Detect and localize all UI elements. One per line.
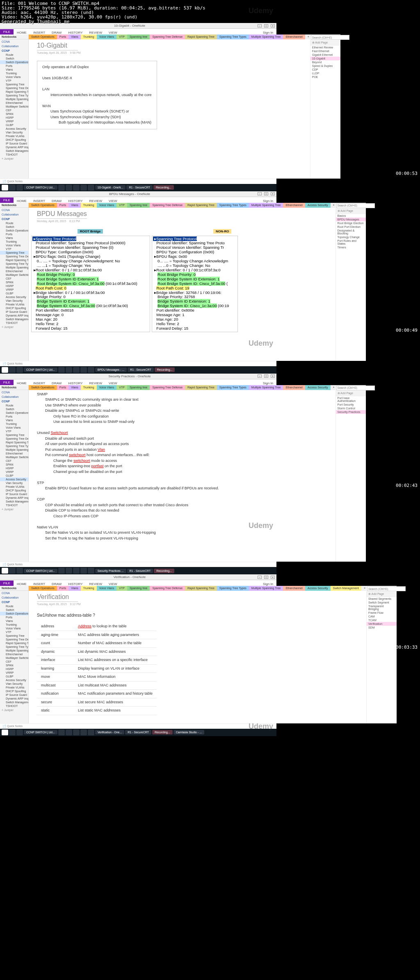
sidebar-item[interactable]: GLBP bbox=[0, 474, 28, 477]
minimize-button[interactable]: – bbox=[258, 374, 262, 378]
section-tab[interactable]: Switch Management bbox=[331, 586, 361, 591]
tb-app-icon[interactable] bbox=[73, 367, 80, 373]
sidebar-item[interactable]: SPAN bbox=[0, 112, 28, 116]
tb-camtasia[interactable]: Camtasia Studio - ... bbox=[173, 730, 204, 734]
section-tab[interactable]: Spanning Tree Defense bbox=[150, 34, 185, 39]
notebook-ccnp[interactable]: CCNP bbox=[0, 217, 28, 221]
section-tab[interactable]: Spanning tree bbox=[127, 586, 150, 591]
section-route[interactable]: Route bbox=[0, 53, 28, 57]
insert-tab[interactable]: INSERT bbox=[30, 199, 48, 203]
page-list-item[interactable]: Basics bbox=[336, 214, 366, 218]
section-tab[interactable]: Rapid Spanning Tree bbox=[185, 586, 217, 591]
section-tab[interactable]: Access Security bbox=[305, 586, 331, 591]
close-button[interactable]: × bbox=[271, 576, 275, 579]
insert-tab[interactable]: INSERT bbox=[30, 582, 48, 586]
page-list-item[interactable]: POE bbox=[310, 75, 340, 79]
history-tab[interactable]: HISTORY bbox=[65, 31, 86, 34]
sidebar-item[interactable]: Multilayer Switching bbox=[0, 105, 28, 108]
signin-link[interactable]: Sign In bbox=[260, 381, 276, 385]
section-switch[interactable]: Switch bbox=[0, 57, 28, 60]
sidebar-item[interactable]: VRRP bbox=[0, 671, 28, 675]
page-list-item[interactable]: Ethernet Review bbox=[310, 46, 340, 49]
tb-onenote[interactable]: BPDU Messages - ... bbox=[95, 367, 127, 372]
page-list-item[interactable]: BPDU Messages bbox=[336, 218, 366, 221]
sidebar-item[interactable]: GLBP bbox=[0, 675, 28, 678]
page-list-item[interactable]: TCAM bbox=[367, 618, 397, 622]
notebook-ccnp[interactable]: CCNP bbox=[0, 600, 28, 604]
sidebar-item[interactable]: Dynamic ARP inspection bbox=[0, 496, 28, 500]
section-switch[interactable]: Switch bbox=[0, 407, 28, 411]
sidebar-item[interactable]: Trunking bbox=[0, 240, 28, 243]
sidebar-item[interactable]: Vlans bbox=[0, 68, 28, 71]
search-input[interactable] bbox=[311, 35, 349, 40]
sidebar-item[interactable]: Ports bbox=[0, 232, 28, 236]
section-tab[interactable]: Spanning tree bbox=[127, 34, 150, 39]
address-link[interactable]: Address bbox=[78, 624, 91, 628]
section-route[interactable]: Route bbox=[0, 221, 28, 225]
section-tab[interactable]: Spanning Tree Types bbox=[217, 203, 249, 208]
sidebar-item[interactable]: VRRP bbox=[0, 119, 28, 123]
sidebar-item[interactable]: Access Security bbox=[0, 127, 28, 131]
section-tab[interactable]: Spanning tree bbox=[127, 203, 150, 208]
page-list-item[interactable]: Gigabit Ethernet bbox=[310, 53, 340, 57]
page-list-item[interactable]: Port Roles and States bbox=[336, 239, 366, 246]
sidebar-item[interactable]: Vlans bbox=[0, 236, 28, 240]
maximize-button[interactable]: □ bbox=[264, 374, 268, 378]
tb-ie-icon[interactable] bbox=[9, 730, 16, 735]
sidebar-item[interactable]: VTP bbox=[0, 630, 28, 634]
page-list-item[interactable]: Designated & Blocking bbox=[336, 229, 366, 235]
home-tab[interactable]: HOME bbox=[14, 381, 30, 385]
add-notebook[interactable]: + Juniper bbox=[0, 325, 28, 329]
section-tab[interactable]: Ports bbox=[57, 385, 68, 390]
tb-app-icon[interactable] bbox=[66, 367, 72, 373]
quick-notes[interactable]: 📄 Quick Notes bbox=[0, 361, 276, 366]
sidebar-item[interactable]: Vlan Security bbox=[0, 131, 28, 134]
section-tab[interactable]: Ports bbox=[57, 203, 68, 208]
sidebar-item[interactable]: VRRP bbox=[0, 470, 28, 474]
add-section-button[interactable]: + bbox=[331, 203, 336, 208]
file-tab[interactable]: FILE bbox=[0, 581, 14, 586]
close-button[interactable]: × bbox=[271, 192, 275, 195]
tb-app-icon[interactable] bbox=[73, 568, 80, 574]
sidebar-item[interactable]: Spanning Tree Types bbox=[0, 94, 28, 97]
notebook-collaboration[interactable]: Collaboration bbox=[0, 595, 28, 600]
sidebar-item[interactable]: Access Security bbox=[0, 295, 28, 299]
section-tab[interactable]: Spanning tree bbox=[127, 385, 150, 390]
insert-tab[interactable]: INSERT bbox=[30, 31, 48, 34]
tb-app-icon[interactable] bbox=[58, 367, 65, 373]
sidebar-item[interactable]: Switch Operations bbox=[0, 612, 28, 615]
sidebar-item[interactable]: Switch Operations bbox=[0, 60, 28, 64]
add-page-button[interactable]: ⊕ Add Page bbox=[336, 209, 366, 214]
section-tab[interactable]: VTP bbox=[116, 203, 127, 208]
section-tshoot[interactable]: TSHOOT bbox=[0, 153, 28, 156]
section-tab[interactable]: Voice Vlans bbox=[97, 34, 117, 39]
page-title[interactable]: Verification bbox=[37, 593, 78, 602]
section-tab[interactable]: Voice Vlans bbox=[97, 203, 117, 208]
page-list-item[interactable]: Beyond bbox=[310, 60, 340, 64]
home-tab[interactable]: HOME bbox=[14, 199, 30, 203]
review-tab[interactable]: REVIEW bbox=[86, 582, 106, 586]
sidebar-item[interactable]: Spanning Tree bbox=[0, 433, 28, 437]
signin-link[interactable]: Sign In bbox=[260, 582, 276, 586]
sidebar-item[interactable]: Dynamic ARP inspection bbox=[0, 314, 28, 317]
sidebar-item[interactable]: Ports bbox=[0, 415, 28, 418]
add-notebook[interactable]: + Juniper bbox=[0, 507, 28, 512]
add-section-button[interactable]: + bbox=[361, 586, 366, 591]
sidebar-item[interactable]: Vlans bbox=[0, 418, 28, 422]
sidebar-item[interactable]: Voice Vlans bbox=[0, 243, 28, 247]
sidebar-item[interactable]: IP Source Guard bbox=[0, 492, 28, 496]
section-tshoot[interactable]: TSHOOT bbox=[0, 321, 28, 325]
section-tab[interactable]: Spanning Tree Types bbox=[217, 385, 249, 390]
notebook-ccna[interactable]: CCNA bbox=[0, 390, 28, 395]
notebook-collaboration[interactable]: Collaboration bbox=[0, 44, 28, 48]
sidebar-item[interactable]: DHCP Spoofing bbox=[0, 689, 28, 693]
sidebar-item[interactable]: Voice Vlans bbox=[0, 75, 28, 79]
sidebar-item[interactable]: CEF bbox=[0, 660, 28, 663]
tb-app-icon[interactable] bbox=[66, 730, 72, 735]
page-title[interactable]: BPDU Messages bbox=[37, 210, 87, 219]
section-tab[interactable]: Multiple Spanning Tree bbox=[249, 586, 283, 591]
page-list-item[interactable]: CDP bbox=[310, 68, 340, 71]
notebook-ccnp[interactable]: CCNP bbox=[0, 48, 28, 53]
page-list-item[interactable]: Security Practices bbox=[336, 410, 366, 414]
page-list-item[interactable]: Transparent Bridging bbox=[367, 604, 397, 611]
